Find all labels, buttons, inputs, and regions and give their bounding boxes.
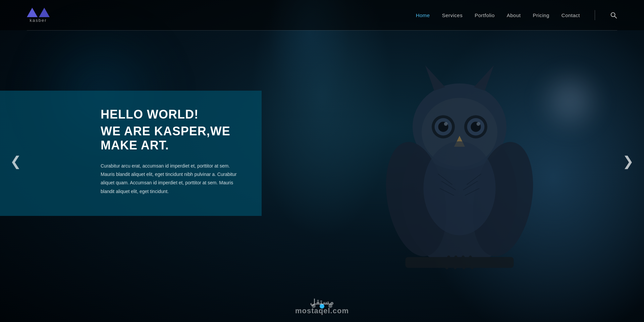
hero-content-box: HELLO WORLD! WE ARE KASPER,WE MAKE ART. … — [0, 91, 262, 216]
svg-marker-3 — [474, 65, 494, 91]
search-icon — [610, 11, 617, 19]
hero-owl-image — [342, 27, 577, 295]
svg-line-26 — [463, 257, 464, 268]
svg-line-27 — [470, 257, 472, 268]
hero-heading-1: HELLO WORLD! — [101, 107, 241, 122]
nav-about[interactable]: About — [507, 12, 521, 18]
hero-heading-2: WE ARE KASPER,WE MAKE ART. — [101, 124, 241, 152]
nav-links: Home Services Portfolio About Pricing Co… — [416, 10, 617, 20]
svg-point-11 — [444, 122, 448, 126]
svg-line-25 — [455, 257, 456, 268]
hero-section: kasber Home Services Portfolio About Pri… — [0, 0, 644, 322]
search-button[interactable] — [610, 11, 617, 19]
svg-line-24 — [447, 257, 448, 268]
nav-divider — [595, 10, 595, 20]
nav-bottom-line — [27, 30, 617, 31]
svg-marker-2 — [425, 65, 445, 91]
slider-next-button[interactable]: ❯ — [619, 151, 637, 171]
svg-point-16 — [423, 141, 495, 235]
nav-services[interactable]: Services — [442, 12, 463, 18]
slider-dot-2[interactable] — [328, 304, 332, 308]
logo-icon — [27, 8, 50, 17]
navbar: kasber Home Services Portfolio About Pri… — [0, 0, 644, 30]
svg-point-12 — [477, 122, 480, 126]
slider-dots — [312, 304, 332, 309]
hero-description: Curabitur arcu erat, accumsan id imperdi… — [101, 162, 241, 196]
logo-triangle-right — [39, 8, 50, 17]
nav-home[interactable]: Home — [416, 12, 430, 18]
slider-prev-button[interactable]: ❮ — [7, 151, 25, 171]
slider-dot-0[interactable] — [312, 304, 316, 308]
logo-text: kasber — [30, 18, 47, 23]
logo-triangle-left — [27, 8, 38, 17]
slider-dot-1[interactable] — [320, 304, 324, 309]
nav-portfolio[interactable]: Portfolio — [475, 12, 495, 18]
nav-pricing[interactable]: Pricing — [533, 12, 549, 18]
logo[interactable]: kasber — [27, 8, 50, 23]
nav-contact[interactable]: Contact — [561, 12, 580, 18]
svg-rect-23 — [405, 257, 514, 268]
svg-line-29 — [614, 16, 616, 18]
